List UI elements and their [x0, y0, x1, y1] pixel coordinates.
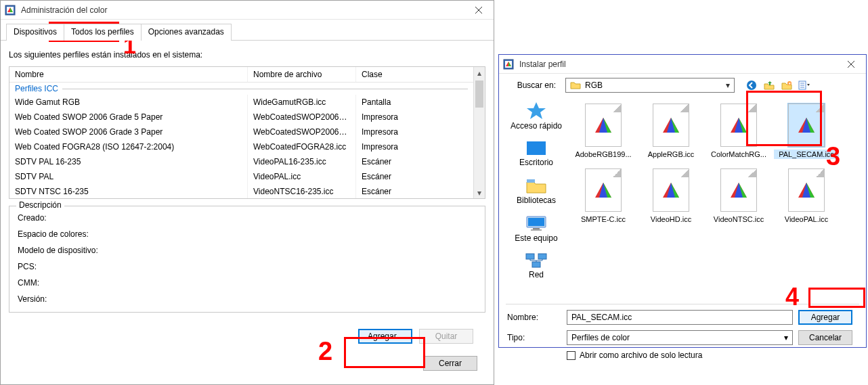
table-row[interactable]: Wide Gamut RGBWideGamutRGB.iccPantalla [9, 95, 473, 110]
svg-rect-25 [531, 229, 542, 231]
app-icon [503, 59, 514, 70]
file-label: AdobeRGB199... [571, 150, 636, 159]
desc-colorspace: Espacio de colores: [18, 229, 477, 239]
close-button[interactable] [836, 55, 866, 74]
place-this-pc[interactable]: Este equipo [506, 214, 567, 243]
description-group: Descripción Creado: Espacio de colores: … [9, 206, 485, 313]
icc-file-icon [720, 168, 757, 212]
place-label: Este equipo [506, 233, 567, 243]
up-one-level-icon[interactable] [762, 78, 777, 93]
file-item[interactable]: SMPTE-C.icc [571, 164, 636, 229]
subtitle: Los siguientes perfiles están instalados… [9, 50, 485, 60]
place-label: Acceso rápido [506, 121, 567, 131]
search-in-combo[interactable]: RGB ▾ [565, 78, 735, 93]
back-icon[interactable] [744, 78, 759, 93]
scrollbar[interactable]: ▴ ▾ [473, 67, 485, 198]
close-dialog-button[interactable]: Cerrar [423, 356, 477, 371]
titlebar: Administración del color [1, 1, 494, 20]
search-in-value: RGB [585, 81, 722, 90]
desc-model: Modelo de dispositivo: [18, 246, 477, 255]
file-item[interactable]: VideoPAL.icc [774, 164, 839, 229]
table-row[interactable]: Web Coated SWOP 2006 Grade 5 PaperWebCoa… [9, 110, 473, 124]
tab-devices[interactable]: Dispositivos [6, 24, 64, 41]
file-label: AppleRGB.icc [638, 150, 703, 159]
desc-cmm: CMM: [18, 278, 477, 288]
checkbox-box[interactable] [567, 351, 576, 360]
filename-input[interactable]: PAL_SECAM.icc [567, 310, 793, 325]
icc-file-icon [585, 168, 622, 212]
svg-rect-20 [527, 141, 546, 155]
action-buttons: Agregar... Quitar [9, 329, 485, 344]
icc-file-icon [788, 168, 825, 212]
section-icc: Perfiles ICC [9, 83, 473, 95]
search-in-label: Buscar en: [506, 81, 560, 90]
table-row[interactable]: SDTV PALVideoPAL.iccEscáner [9, 169, 473, 184]
description-legend: Descripción [16, 200, 64, 210]
col-class[interactable]: Clase [356, 67, 460, 82]
app-icon [5, 5, 16, 16]
place-desktop[interactable]: Escritorio [506, 140, 567, 167]
tab-all-profiles[interactable]: Todos los perfiles [64, 24, 142, 41]
file-browser: Acceso rápido Escritorio Bibliotecas Est… [506, 97, 859, 304]
icc-file-icon [653, 168, 689, 212]
icc-file-icon [585, 104, 622, 147]
table-row[interactable]: SDTV PAL 16-235VideoPAL16-235.iccEscáner [9, 154, 473, 169]
tab-advanced[interactable]: Opciones avanzadas [141, 24, 232, 41]
file-label: PAL_SECAM.icc [774, 150, 839, 159]
table-row[interactable]: SDTV NTSC 16-235VideoNTSC16-235.iccEscán… [9, 184, 473, 198]
table-row[interactable]: Web Coated SWOP 2006 Grade 3 PaperWebCoa… [9, 124, 473, 139]
svg-rect-23 [528, 218, 544, 226]
scroll-thumb[interactable] [475, 81, 483, 108]
cancel-button[interactable]: Cancelar [798, 330, 852, 345]
readonly-label: Abrir como archivo de solo lectura [580, 350, 702, 360]
titlebar: Instalar perfil [499, 55, 866, 74]
file-item[interactable]: AdobeRGB199... [571, 99, 636, 164]
desc-version: Versión: [18, 294, 477, 304]
col-name[interactable]: Nombre [9, 67, 248, 82]
file-label: VideoNTSC.icc [706, 214, 771, 224]
file-item[interactable]: VideoHD.icc [638, 164, 703, 229]
svg-rect-24 [533, 228, 540, 229]
svg-rect-27 [538, 254, 546, 259]
file-label: VideoPAL.icc [774, 214, 839, 224]
filetype-label: Tipo: [506, 333, 561, 342]
close-button[interactable] [463, 1, 494, 20]
file-item[interactable]: ColorMatchRG... [706, 99, 771, 164]
open-add-button[interactable]: Agregar [798, 310, 852, 325]
icc-file-icon [653, 104, 689, 147]
svg-point-12 [747, 81, 756, 90]
file-label: ColorMatchRG... [706, 150, 771, 159]
scroll-up-icon[interactable]: ▴ [474, 67, 485, 78]
svg-rect-21 [527, 179, 535, 183]
readonly-checkbox[interactable]: Abrir como archivo de solo lectura [567, 350, 793, 360]
place-network[interactable]: Red [506, 252, 567, 279]
desc-pcs: PCS: [18, 262, 477, 271]
dialog-bottom: Nombre: PAL_SECAM.icc Agregar Tipo: Perf… [506, 304, 859, 360]
file-item[interactable]: PAL_SECAM.icc [774, 99, 839, 164]
section-icc-label: Perfiles ICC [15, 84, 58, 93]
icc-file-icon [788, 104, 825, 147]
scroll-down-icon[interactable]: ▾ [474, 187, 485, 198]
new-folder-icon[interactable]: ★ [779, 78, 794, 93]
chevron-down-icon[interactable]: ▾ [780, 333, 792, 342]
col-file[interactable]: Nombre de archivo [248, 67, 356, 82]
file-item[interactable]: AppleRGB.icc [638, 99, 703, 164]
svg-rect-26 [526, 254, 534, 259]
tab-panel: Los siguientes perfiles están instalados… [1, 40, 494, 379]
add-button[interactable]: Agregar... [358, 329, 412, 344]
file-item[interactable]: VideoNTSC.icc [706, 164, 771, 229]
place-quick-access[interactable]: Acceso rápido [506, 101, 567, 131]
view-menu-icon[interactable] [797, 78, 812, 93]
place-libraries[interactable]: Bibliotecas [506, 177, 567, 205]
folder-icon [570, 80, 581, 91]
file-label: VideoHD.icc [638, 214, 703, 224]
table-row[interactable]: Web Coated FOGRA28 (ISO 12647-2:2004)Web… [9, 139, 473, 154]
filetype-combo[interactable]: Perfiles de color▾ [567, 330, 793, 345]
icc-file-icon [720, 104, 757, 147]
chevron-down-icon[interactable]: ▾ [722, 81, 734, 90]
window-title: Instalar perfil [519, 60, 836, 69]
install-profile-dialog: Instalar perfil Buscar en: RGB ▾ ★ [498, 54, 867, 348]
list-rows: Wide Gamut RGBWideGamutRGB.iccPantalla W… [9, 95, 473, 198]
svg-marker-19 [527, 102, 546, 119]
remove-button: Quitar [419, 329, 473, 344]
